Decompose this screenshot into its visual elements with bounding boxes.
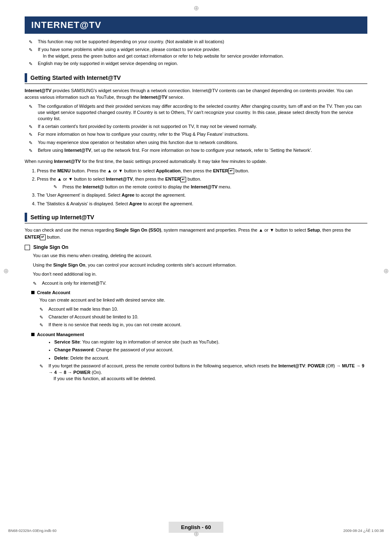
sso-content: You can use this menu when creating, del… [33,252,367,287]
note-icon: ✎ [29,61,36,67]
create-account-header: Create Account [31,290,367,295]
press-icon: ✎ [53,183,61,190]
note-text: If a certain content's font provided by … [38,123,257,130]
section-title: Getting Started with Internet@TV [30,74,121,81]
step-2: Press the ▲ or ▼ button to select Intern… [37,176,367,190]
note-text: This function may not be supported depen… [38,39,224,45]
gs-notes: ✎ The configuration of Widgets and their… [29,103,367,154]
footer-left: BN68-02329A-03Eng.indb 60 [8,529,57,533]
section-bar [25,73,27,82]
section-bar [25,213,27,222]
step-4: The 'Statistics & Analysis' is displayed… [37,200,367,207]
account-mgmt-list: Service Site: You can register log in in… [54,339,367,362]
note-text: Account is only for internet@TV. [42,280,106,286]
note-item: ✎ Account will be made less than 10. [39,306,367,313]
note-icon: ✎ [29,47,36,53]
note-item: ✎ For more information on how how to con… [29,131,367,138]
step-2-note: ✎ Press the Internet@ button on the remo… [53,183,367,190]
note-icon: ✎ [29,148,36,154]
note-text: Before using Internet@TV, set up the net… [38,147,312,153]
black-square [31,333,35,336]
note-item: ✎ You may experience slow operation or h… [29,139,367,146]
right-crosshair: ⊕ [383,267,389,274]
note-item: ✎ If you have some problems while using … [29,46,367,59]
press-text: Press the Internet@ button on the remote… [62,183,231,190]
sso-para3: You don't need additional log in. [33,271,367,278]
note-text: If you forget the password of account, p… [48,363,367,382]
gs-para2: When running Internet@TV for the first t… [25,158,367,165]
note-text: The configuration of Widgets and their p… [38,103,367,122]
note-icon: ✎ [39,306,47,313]
note-item: ✎ Character of Account should be limited… [39,314,367,320]
note-item: ✎ Before using Internet@TV, set up the n… [29,147,367,154]
sso-para1: You can use this menu when creating, del… [33,252,367,259]
subsub-title: Account Management [37,332,84,337]
note-text: Character of Account should be limited t… [48,314,138,320]
left-crosshair: ⊕ [3,267,9,274]
note-item: ✎ Account is only for internet@TV. [33,280,367,287]
note-item: ✎ If there is no service that needs log … [39,322,367,328]
note-icon: ✎ [29,132,36,138]
step-3: The 'User Agreement' is displayed. Selec… [37,192,367,199]
note-text: If there is no service that needs log in… [48,322,181,328]
note-text: You may experience slow operation or hes… [38,139,238,146]
page-title: INTERNET@TV [25,16,367,34]
account-mgmt-content: Service Site: You can register log in in… [39,339,367,382]
top-crosshair: ⊕ [194,4,199,12]
note-item: ✎ This function may not be supported dep… [29,39,367,45]
gs-steps: Press the MENU button. Press the ▲ or ▼ … [37,167,367,207]
account-mgmt-header: Account Management [31,332,367,337]
note-text: English may be only supported in widget … [38,60,178,67]
checkbox-icon [25,245,30,250]
note-icon: ✎ [29,39,36,45]
subsub-title: Create Account [37,290,70,295]
list-item-change-pw: Change Password: Change the password of … [54,346,367,353]
note-icon: ✎ [39,314,47,320]
note-item: ✎ If a certain content's font provided b… [29,123,367,130]
bottom-crosshair: ⊕ [194,530,199,538]
list-item-service-site: Service Site: You can register log in in… [54,339,367,346]
ca-para1: You can create account and be linked wit… [39,297,367,304]
subsection-title: Single Sign On [33,244,68,250]
note-text: For more information on how how to confi… [38,131,249,137]
note-icon: ✎ [29,140,36,146]
note-icon: ✎ [39,322,47,328]
single-sign-on-header: Single Sign On [25,244,367,250]
note-icon: ✎ [33,281,40,287]
step-1: Press the MENU button. Press the ▲ or ▼ … [37,167,367,174]
note-item: ✎ If you forget the password of account,… [39,363,367,382]
note-icon: ✎ [39,363,47,369]
black-square [31,291,35,294]
note-item: ✎ English may be only supported in widge… [29,60,367,67]
gs-para1: Internet@TV provides SAMSUNG's widget se… [25,87,367,101]
section-setting-up: Setting up Internet@TV [25,213,367,223]
note-icon: ✎ [29,124,36,130]
top-notes: ✎ This function may not be supported dep… [29,39,367,67]
section-getting-started: Getting Started with Internet@TV [25,73,367,84]
footer-right: 2009-08-24 ¿ÃÊ 1:00:38 [343,529,384,533]
note-text: Account will be made less than 10. [48,306,118,312]
section-title: Setting up Internet@TV [30,214,94,221]
page: ⊕ INTERNET@TV ✎ This function may not be… [0,0,392,541]
sso-para2: Using the Single Sign On, you can contro… [33,262,367,269]
note-icon: ✎ [29,104,36,110]
create-account-content: You can create account and be linked wit… [39,297,367,329]
list-item-delete: Delete: Delete the account. [54,355,367,362]
setup-para1: You can check and use the menus regardin… [25,227,367,240]
note-text: If you have some problems while using a … [38,46,284,59]
note-item: ✎ The configuration of Widgets and their… [29,103,367,122]
